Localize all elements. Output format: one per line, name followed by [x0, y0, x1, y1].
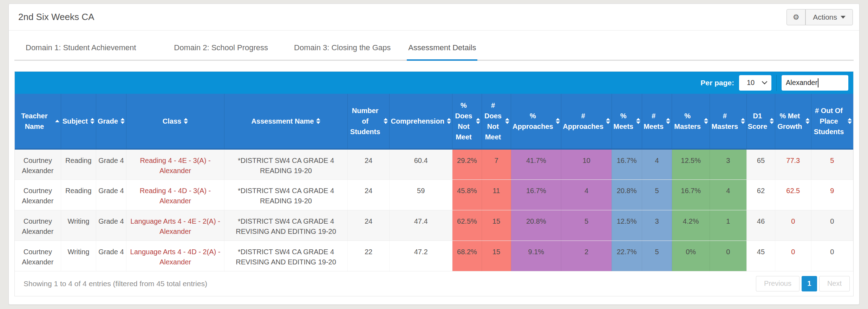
- sort-icon: [505, 118, 509, 124]
- panel-header: 2nd Six Weeks CA ⚙ Actions: [9, 4, 859, 31]
- cell-pct-masters: 16.7%: [672, 179, 710, 210]
- sort-icon: [848, 118, 852, 124]
- chevron-down-icon: [841, 16, 846, 19]
- table-header-row: Teacher Name Subject Grade Class Assessm…: [15, 94, 853, 149]
- cell-pct-masters: 0%: [672, 241, 710, 271]
- column-header-num-meets[interactable]: # Meets: [642, 94, 672, 149]
- column-header-grade[interactable]: Grade: [96, 94, 126, 149]
- cell-comprehension: 47.2: [390, 241, 452, 271]
- per-page-value: 10: [747, 79, 755, 87]
- cell-pct-masters: 4.2%: [672, 210, 710, 241]
- cell-teacher-name: Courtney Alexander: [15, 149, 61, 179]
- cell-pct-does-not-meet: 45.8%: [452, 179, 482, 210]
- cell-num-does-not-meet: 7: [482, 149, 511, 179]
- settings-gear-button[interactable]: ⚙: [787, 9, 805, 25]
- cell-pct-met-growth: 0: [775, 241, 811, 271]
- toolbar-divider: [776, 75, 777, 91]
- class-link[interactable]: Reading 4 - 4D - 3(A) - Alexander: [140, 187, 211, 205]
- cell-pct-does-not-meet: 29.2%: [452, 149, 482, 179]
- sort-icon: [741, 118, 745, 124]
- column-header-num-masters[interactable]: # Masters: [710, 94, 746, 149]
- table-row: Courtney Alexander Reading Grade 4 Readi…: [15, 149, 853, 179]
- cell-pct-approaches: 20.8%: [511, 210, 561, 241]
- class-link[interactable]: Language Arts 4 - 4E - 2(A) - Alexander: [130, 217, 220, 235]
- column-header-pct-masters[interactable]: % Masters: [672, 94, 710, 149]
- cell-class: Reading 4 - 4D - 3(A) - Alexander: [126, 179, 224, 210]
- search-value: Alexander: [786, 79, 817, 87]
- cell-num-meets: 3: [642, 210, 672, 241]
- cell-out-of-place-students: 0: [811, 241, 853, 271]
- cell-num-approaches: 2: [561, 241, 612, 271]
- cell-out-of-place-students: 9: [811, 179, 853, 210]
- tab-domain-1-student-achievement[interactable]: Domain 1: Student Achievement: [24, 43, 137, 61]
- cell-num-approaches: 5: [561, 210, 612, 241]
- column-header-class[interactable]: Class: [126, 94, 224, 149]
- tab-domain-2-school-progress[interactable]: Domain 2: School Progress: [172, 43, 269, 61]
- class-link[interactable]: Language Arts 4 - 4D - 2(A) - Alexander: [130, 248, 221, 266]
- sort-icon: [606, 118, 610, 124]
- cell-pct-meets: 12.5%: [612, 210, 642, 241]
- class-link[interactable]: Reading 4 - 4E - 3(A) - Alexander: [140, 157, 210, 175]
- table-row: Courtney Alexander Writing Grade 4 Langu…: [15, 241, 853, 271]
- sort-icon: [770, 118, 774, 124]
- next-page-button[interactable]: Next: [819, 276, 850, 291]
- cell-d1-score: 62: [746, 179, 775, 210]
- sort-icon: [184, 118, 188, 124]
- table-row: Courtney Alexander Reading Grade 4 Readi…: [15, 179, 853, 210]
- column-header-pct-approaches[interactable]: % Approaches: [511, 94, 561, 149]
- column-header-out-of-place-students[interactable]: # Out Of Place Students: [811, 94, 853, 149]
- cell-num-masters: 0: [710, 241, 746, 271]
- column-header-pct-meets[interactable]: % Meets: [612, 94, 642, 149]
- cell-grade: Grade 4: [96, 149, 126, 179]
- cell-pct-does-not-meet: 62.5%: [452, 210, 482, 241]
- search-input[interactable]: Alexander: [782, 75, 848, 91]
- cell-num-does-not-meet: 15: [482, 241, 511, 271]
- tab-assessment-details[interactable]: Assessment Details: [407, 43, 477, 61]
- cell-pct-meets: 22.7%: [612, 241, 642, 271]
- column-header-num-does-not-meet[interactable]: # Does Not Meet: [482, 94, 511, 149]
- column-header-subject[interactable]: Subject: [61, 94, 96, 149]
- entries-summary: Showing 1 to 4 of 4 entries (filtered fr…: [24, 280, 207, 288]
- cell-pct-approaches: 16.7%: [511, 179, 561, 210]
- cell-out-of-place-students: 0: [811, 210, 853, 241]
- cell-d1-score: 65: [746, 149, 775, 179]
- sort-icon: [384, 118, 388, 124]
- cell-num-does-not-meet: 15: [482, 210, 511, 241]
- cell-grade: Grade 4: [96, 241, 126, 271]
- cell-assessment-name: *DISTRICT SW4 CA GRADE 4 READING 19-20: [224, 179, 348, 210]
- column-header-assessment-name[interactable]: Assessment Name: [224, 94, 348, 149]
- cell-grade: Grade 4: [96, 210, 126, 241]
- column-header-teacher-name[interactable]: Teacher Name: [15, 94, 61, 149]
- page-1-button[interactable]: 1: [802, 276, 817, 291]
- gear-icon: ⚙: [793, 13, 800, 21]
- assessment-details-table: Teacher Name Subject Grade Class Assessm…: [15, 94, 853, 271]
- cell-comprehension: 59: [390, 179, 452, 210]
- cell-num-meets: 5: [642, 241, 672, 271]
- tab-domain-3-closing-the-gaps[interactable]: Domain 3: Closing the Gaps: [293, 43, 392, 61]
- column-header-d1-score[interactable]: D1 Score: [746, 94, 775, 149]
- cell-pct-approaches: 9.1%: [511, 241, 561, 271]
- sort-icon: [120, 118, 125, 124]
- cell-subject: Reading: [61, 179, 96, 210]
- column-header-pct-met-growth[interactable]: % Met Growth: [775, 94, 811, 149]
- cell-num-does-not-meet: 11: [482, 179, 511, 210]
- previous-page-button[interactable]: Previous: [756, 276, 800, 291]
- table-toolbar: Per page: 10 Alexander: [15, 72, 853, 94]
- cell-class: Reading 4 - 4E - 3(A) - Alexander: [126, 149, 224, 179]
- actions-dropdown-button[interactable]: Actions: [805, 9, 853, 25]
- cell-teacher-name: Courtney Alexander: [15, 210, 61, 241]
- column-header-number-of-students[interactable]: Number of Students: [347, 94, 389, 149]
- cell-teacher-name: Courtney Alexander: [15, 179, 61, 210]
- page-title: 2nd Six Weeks CA: [18, 12, 94, 22]
- cell-pct-meets: 20.8%: [612, 179, 642, 210]
- cell-class: Language Arts 4 - 4D - 2(A) - Alexander: [126, 241, 224, 271]
- cell-pct-met-growth: 77.3: [775, 149, 811, 179]
- pagination: Previous 1 Next: [756, 276, 850, 291]
- table-footer: Showing 1 to 4 of 4 entries (filtered fr…: [15, 271, 853, 296]
- sort-icon: [476, 118, 480, 124]
- column-header-comprehension[interactable]: Comprehension: [390, 94, 452, 149]
- column-header-num-approaches[interactable]: # Approaches: [561, 94, 612, 149]
- assessment-table-container: Per page: 10 Alexander Tea: [14, 71, 854, 296]
- per-page-select[interactable]: 10: [739, 75, 771, 91]
- column-header-pct-does-not-meet[interactable]: % Does Not Meet: [452, 94, 482, 149]
